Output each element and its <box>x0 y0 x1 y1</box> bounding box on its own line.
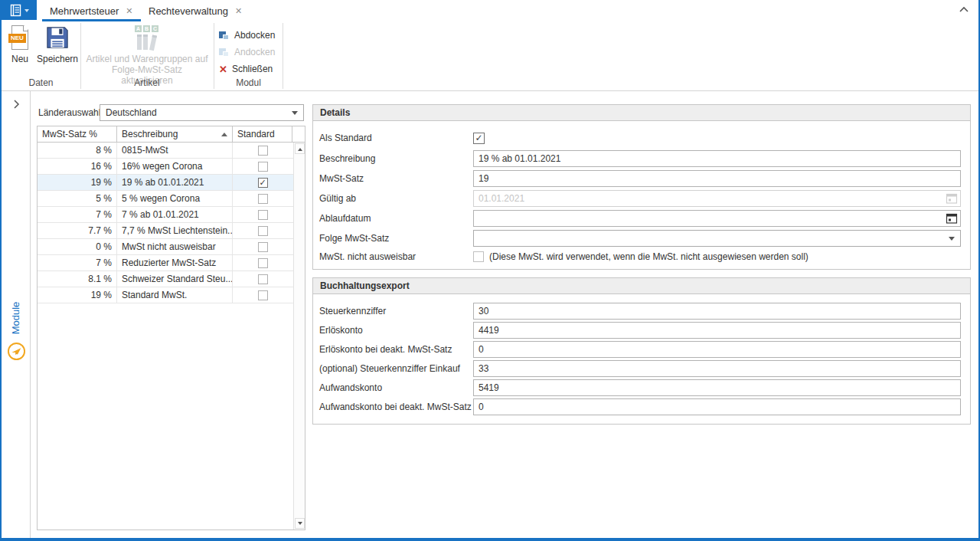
cell-standard: ✓ <box>233 175 292 190</box>
table-row[interactable]: 5 %5 % wegen Corona <box>38 191 293 207</box>
export-field-input[interactable] <box>473 360 961 377</box>
standard-checkbox[interactable] <box>258 258 268 268</box>
neu-button-label: Neu <box>11 54 28 64</box>
dropdown-caret-icon <box>292 111 298 118</box>
standard-checkbox[interactable] <box>258 162 268 172</box>
standard-checkbox[interactable]: ✓ <box>258 178 268 188</box>
scroll-up-button[interactable] <box>295 143 305 154</box>
export-field-label: Erlöskonto bei deakt. MwSt-Satz <box>319 344 473 355</box>
table-row[interactable]: 8 %0815-MwSt <box>38 143 293 159</box>
cell-standard <box>233 159 292 174</box>
cell-standard <box>233 223 292 238</box>
details-header: Details <box>313 105 970 121</box>
tab-close-icon[interactable]: ✕ <box>126 7 132 15</box>
cell-beschreibung: 7,7 % MwSt Liechtenstein... <box>117 223 233 238</box>
app-menu-button[interactable] <box>2 0 37 20</box>
export-field-input[interactable] <box>473 303 961 320</box>
tab-mehrwertsteuer[interactable]: Mehrwertsteuer ✕ <box>42 0 141 21</box>
scroll-down-button[interactable] <box>295 518 305 529</box>
standard-checkbox[interactable] <box>258 242 268 252</box>
cell-standard <box>233 255 292 270</box>
cell-beschreibung: Standard MwSt. <box>117 287 233 303</box>
export-field-row: Aufwandskonto <box>319 379 961 396</box>
calendar-icon[interactable] <box>946 212 958 225</box>
cell-standard <box>233 143 292 158</box>
export-field-row: Erlöskonto bei deakt. MwSt-Satz <box>319 341 961 358</box>
content-area: Module Länderauswahl Deutschland MwSt-Sa… <box>2 91 978 538</box>
schliessen-label: Schließen <box>232 64 273 74</box>
column-header-beschreibung[interactable]: Beschreibung <box>117 126 233 142</box>
collapse-ribbon-icon[interactable] <box>959 5 969 15</box>
standard-checkbox[interactable] <box>258 194 268 204</box>
standard-checkbox[interactable] <box>258 146 268 156</box>
standard-checkbox[interactable] <box>258 226 268 236</box>
standard-checkbox[interactable] <box>258 210 268 220</box>
export-field-label: (optional) Steuerkennziffer Einkauf <box>319 363 473 374</box>
export-field-input[interactable] <box>473 322 961 339</box>
ribbon: NEU Neu Speichern ABC Artikel und Wareng… <box>2 21 978 91</box>
cell-standard <box>233 271 292 287</box>
cell-rate: 8 % <box>38 143 117 158</box>
cell-beschreibung: 0815-MwSt <box>117 143 233 158</box>
export-field-label: Aufwandskonto bei deakt. MwSt-Satz <box>319 402 473 412</box>
table-row[interactable]: 7 %Reduzierter MwSt-Satz <box>38 255 293 271</box>
export-field-input[interactable] <box>473 379 961 396</box>
undock-icon <box>219 30 230 41</box>
mwst-satz-label: MwSt-Satz <box>319 173 473 184</box>
export-field-input[interactable] <box>473 398 961 415</box>
checkmark-icon: ✓ <box>475 133 482 143</box>
module-logo-icon <box>7 342 26 361</box>
table-scrollbar[interactable] <box>293 143 305 530</box>
field-row-beschreibung: Beschreibung <box>319 150 961 167</box>
details-groupbox: Details Als Standard ✓ Beschreibung MwSt… <box>312 104 971 270</box>
sidebar-item-module[interactable]: Module <box>10 287 22 349</box>
export-field-row: Steuerkennziffer <box>319 303 961 320</box>
field-row-folge-mwst: Folge MwSt-Satz <box>319 230 961 247</box>
calendar-icon-disabled <box>946 192 958 205</box>
column-header-rate[interactable]: MwSt-Satz % <box>38 126 117 142</box>
tab-rechteverwaltung[interactable]: Rechteverwaltung ✕ <box>141 0 250 21</box>
mwst-satz-input[interactable] <box>473 170 961 187</box>
export-field-input[interactable] <box>473 341 961 358</box>
als-standard-checkbox[interactable]: ✓ <box>473 133 485 144</box>
table-row[interactable]: 16 %16% wegen Corona <box>38 159 293 175</box>
country-select[interactable]: Deutschland <box>100 104 304 121</box>
table-row[interactable]: 19 %19 % ab 01.01.2021✓ <box>38 175 293 191</box>
als-standard-label: Als Standard <box>319 133 473 143</box>
table-row[interactable]: 7 %7 % ab 01.01.2021 <box>38 207 293 223</box>
dropdown-caret-icon <box>949 237 955 244</box>
table-row[interactable]: 0 %MwSt nicht ausweisbar <box>38 239 293 255</box>
folge-mwst-select[interactable] <box>473 230 961 247</box>
ablaufdatum-input[interactable] <box>473 210 961 227</box>
ribbon-group-daten: Daten <box>2 77 80 88</box>
cell-beschreibung: 19 % ab 01.01.2021 <box>117 175 233 190</box>
abdocken-button[interactable]: Abdocken <box>219 28 275 42</box>
schliessen-button[interactable]: ✕ Schließen <box>219 62 273 76</box>
sidebar-expand-icon[interactable] <box>11 99 21 110</box>
field-row-ablaufdatum: Ablaufdatum <box>319 210 961 227</box>
gueltig-ab-input <box>473 190 961 207</box>
table-header: MwSt-Satz % Beschreibung Standard <box>38 126 305 143</box>
sort-ascending-icon <box>221 130 227 136</box>
vat-table: MwSt-Satz % Beschreibung Standard 8 %081… <box>37 126 305 530</box>
scroll-up-icon <box>298 146 302 151</box>
cell-beschreibung: Schweizer Standard Steu... <box>117 271 233 287</box>
scroll-down-icon <box>298 522 302 527</box>
table-row[interactable]: 7.7 %7,7 % MwSt Liechtenstein... <box>38 223 293 239</box>
standard-checkbox[interactable] <box>258 274 268 284</box>
window-border-bottom <box>0 538 980 541</box>
export-field-label: Erlöskonto <box>319 325 473 336</box>
cell-standard <box>233 207 292 222</box>
export-header: Buchhaltungsexport <box>313 278 970 294</box>
table-row[interactable]: 8.1 %Schweizer Standard Steu... <box>38 271 293 287</box>
beschreibung-label: Beschreibung <box>319 153 473 164</box>
tab-close-icon[interactable]: ✕ <box>235 7 242 15</box>
nicht-ausweisbar-checkbox[interactable] <box>473 251 484 262</box>
cell-beschreibung: 16% wegen Corona <box>117 159 233 174</box>
beschreibung-input[interactable] <box>473 150 961 167</box>
andocken-button[interactable]: Andocken <box>219 45 275 59</box>
standard-checkbox[interactable] <box>258 290 268 300</box>
column-header-standard[interactable]: Standard <box>233 126 292 142</box>
cell-beschreibung: Reduzierter MwSt-Satz <box>117 255 233 270</box>
table-row[interactable]: 19 %Standard MwSt. <box>38 287 293 303</box>
